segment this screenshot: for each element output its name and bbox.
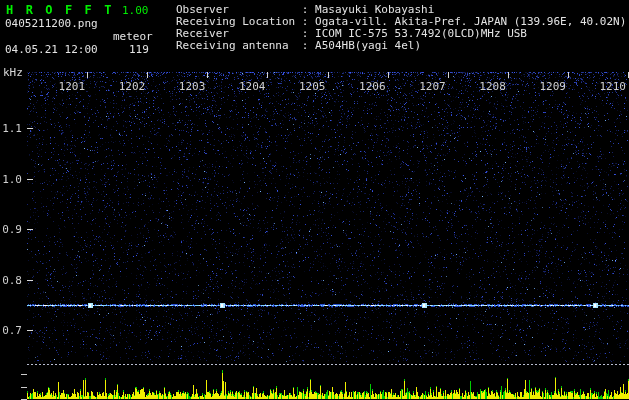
x-tick-label: 1201 xyxy=(53,80,85,93)
receiving-antenna-line: Receiving antenna : A504HB(yagi 4el) xyxy=(176,40,626,52)
echo-count: 119 xyxy=(129,44,149,56)
y-tick-label: 0.9 xyxy=(0,223,22,236)
app-version: 1.00 xyxy=(122,5,149,17)
y-tick-label: 1.0 xyxy=(0,173,22,186)
station-info-block: Observer : Masayuki Kobayashi Receiving … xyxy=(176,4,626,52)
x-tick-label: 1205 xyxy=(294,80,326,93)
hrofft-output-screen: H R O F F T 1.00 0405211200.png meteor 0… xyxy=(0,0,629,400)
output-filename: 0405211200.png xyxy=(5,18,98,30)
y-axis-unit-label: kHz xyxy=(3,67,23,79)
x-tick-label: 1206 xyxy=(354,80,386,93)
x-tick-label: 1207 xyxy=(414,80,446,93)
y-tick-label: 0.7 xyxy=(0,324,22,337)
x-tick-label: 1204 xyxy=(233,80,265,93)
datetime-label: 04.05.21 12:00 xyxy=(5,44,98,56)
y-tick-label: 1.1 xyxy=(0,122,22,135)
x-tick-label: 1203 xyxy=(173,80,205,93)
y-tick-label: 0.8 xyxy=(0,274,22,287)
x-tick-label: 1209 xyxy=(534,80,566,93)
x-tick-label: 1202 xyxy=(113,80,145,93)
mode-label: meteor xyxy=(113,31,153,43)
x-tick-label: 1210 xyxy=(594,80,626,93)
x-tick-label: 1208 xyxy=(474,80,506,93)
spectrogram-canvas xyxy=(0,0,629,400)
app-title: H R O F F T xyxy=(6,4,114,16)
